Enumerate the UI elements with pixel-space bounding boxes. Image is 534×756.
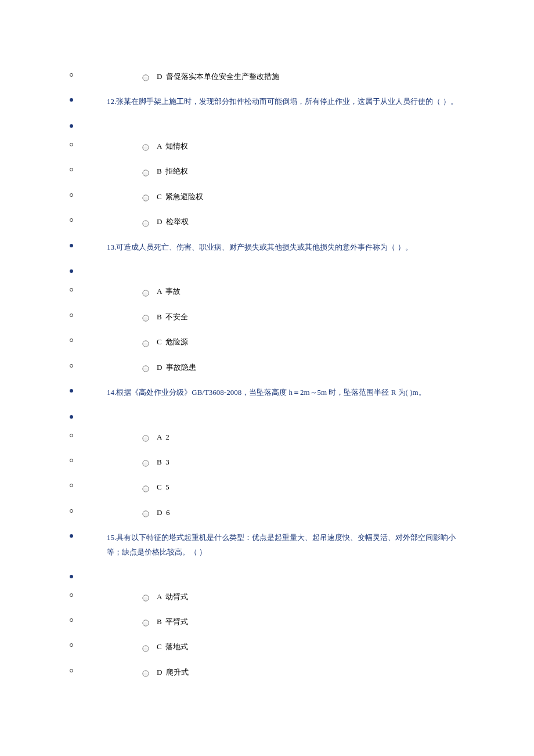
radio-icon	[142, 143, 150, 152]
list-bullet-circle	[70, 484, 73, 487]
list-bullet-circle	[70, 669, 73, 672]
list-bullet-circle	[70, 643, 73, 647]
option-block[interactable]: A 2	[142, 430, 169, 444]
radio-icon	[142, 219, 150, 228]
option-block[interactable]: A 事故	[142, 285, 181, 298]
list-bullet-circle	[70, 618, 73, 622]
question-blank-row	[70, 571, 464, 578]
option-text: B 平臂式	[157, 615, 188, 628]
svg-point-7	[143, 340, 149, 346]
option-block[interactable]: D 检举权	[142, 215, 189, 228]
list-bullet-disc	[70, 269, 73, 273]
svg-point-14	[143, 620, 149, 626]
radio-icon	[142, 485, 150, 493]
option-block[interactable]: D 6	[142, 506, 169, 519]
svg-point-13	[143, 595, 149, 601]
option-text: B 拒绝权	[157, 164, 188, 178]
list-bullet-circle	[70, 73, 73, 77]
list-bullet-circle	[70, 509, 73, 513]
list-bullet-circle	[70, 143, 73, 146]
list-bullet-disc	[70, 98, 73, 102]
option-row: D 6	[70, 506, 464, 519]
question-row: 15.具有以下特征的塔式起重机是什么类型：优点是起重量大、起吊速度快、变幅灵活、…	[70, 531, 464, 559]
option-row: A 知情权	[70, 139, 464, 153]
radio-icon	[142, 459, 150, 467]
option-row: D 事故隐患	[70, 361, 464, 374]
list-bullet-circle	[70, 288, 73, 291]
option-block[interactable]: C 落地式	[142, 640, 188, 653]
option-row: B 不安全	[70, 310, 464, 323]
option-block[interactable]: C 危险源	[142, 335, 188, 348]
option-block[interactable]: D 爬升式	[142, 665, 189, 679]
question-text: 12.张某在脚手架上施工时，发现部分扣件松动而可能倒塌，所有停止作业，这属于从业…	[107, 95, 464, 109]
list-bullet-disc	[70, 534, 73, 538]
option-row: A 事故	[70, 285, 464, 298]
radio-icon	[142, 434, 150, 442]
option-text: C 落地式	[157, 640, 188, 653]
option-text: D 检举权	[157, 215, 189, 228]
svg-point-8	[143, 366, 149, 372]
question-blank-row	[70, 412, 464, 419]
radio-icon	[142, 169, 150, 177]
svg-point-12	[143, 511, 149, 517]
option-text: B 不安全	[157, 310, 188, 323]
svg-point-0	[143, 75, 149, 81]
svg-point-6	[143, 315, 149, 321]
list-bullet-circle	[70, 364, 73, 368]
question-blank-row	[70, 121, 464, 128]
option-row: D 爬升式	[70, 665, 464, 679]
option-text: D 事故隐患	[157, 361, 196, 374]
option-block[interactable]: C 5	[142, 480, 169, 494]
option-text: A 事故	[157, 285, 181, 298]
question-text: 15.具有以下特征的塔式起重机是什么类型：优点是起重量大、起吊速度快、变幅灵活、…	[107, 531, 464, 559]
list-bullet-disc	[70, 124, 73, 128]
option-block[interactable]: A 知情权	[142, 139, 188, 153]
radio-icon	[142, 645, 150, 653]
option-text: A 动臂式	[157, 590, 188, 603]
option-block[interactable]: B 不安全	[142, 310, 188, 323]
svg-point-15	[143, 645, 149, 651]
list-bullet-circle	[70, 593, 73, 597]
svg-point-10	[143, 460, 149, 466]
option-block[interactable]: A 动臂式	[142, 590, 188, 603]
list-bullet-disc	[70, 389, 73, 393]
option-row: B 拒绝权	[70, 164, 464, 178]
list-bullet-circle	[70, 434, 73, 437]
option-block[interactable]: B 拒绝权	[142, 164, 188, 178]
option-text: D 督促落实本单位安全生产整改措施	[157, 70, 279, 83]
option-row: C 5	[70, 480, 464, 494]
question-text: 14.根据《高处作业分级》GB/T3608-2008，当坠落高度 h＝2m～5m…	[107, 386, 464, 400]
question-row: 14.根据《高处作业分级》GB/T3608-2008，当坠落高度 h＝2m～5m…	[70, 386, 464, 400]
radio-icon	[142, 314, 150, 322]
question-blank-row	[70, 266, 464, 273]
radio-icon	[142, 669, 150, 678]
option-text: D 6	[157, 506, 169, 519]
radio-icon	[142, 289, 150, 297]
option-text: B 3	[157, 455, 169, 469]
list-bullet-disc	[70, 415, 73, 419]
svg-point-1	[143, 145, 149, 150]
option-row: B 平臂式	[70, 615, 464, 628]
option-row: B 3	[70, 455, 464, 469]
list-bullet-circle	[70, 314, 73, 317]
option-block[interactable]: D 事故隐患	[142, 361, 196, 374]
option-row: C 落地式	[70, 640, 464, 653]
list-bullet-circle	[70, 218, 73, 222]
option-block[interactable]: B 3	[142, 455, 169, 469]
option-block[interactable]: C 紧急避险权	[142, 190, 203, 203]
option-text: A 2	[157, 430, 169, 444]
option-text: A 知情权	[157, 139, 188, 153]
list-bullet-circle	[70, 193, 73, 197]
option-row: A 动臂式	[70, 590, 464, 603]
option-row: C 危险源	[70, 335, 464, 348]
list-bullet-circle	[70, 168, 73, 171]
list-bullet-disc	[70, 244, 73, 247]
svg-point-9	[143, 435, 149, 441]
option-row: C 紧急避险权	[70, 190, 464, 203]
option-block[interactable]: B 平臂式	[142, 615, 188, 628]
list-bullet-disc	[70, 575, 73, 578]
option-block[interactable]: D 督促落实本单位安全生产整改措施	[142, 70, 279, 83]
option-row: D 检举权	[70, 215, 464, 228]
radio-icon	[142, 594, 150, 602]
option-text: C 危险源	[157, 335, 188, 348]
